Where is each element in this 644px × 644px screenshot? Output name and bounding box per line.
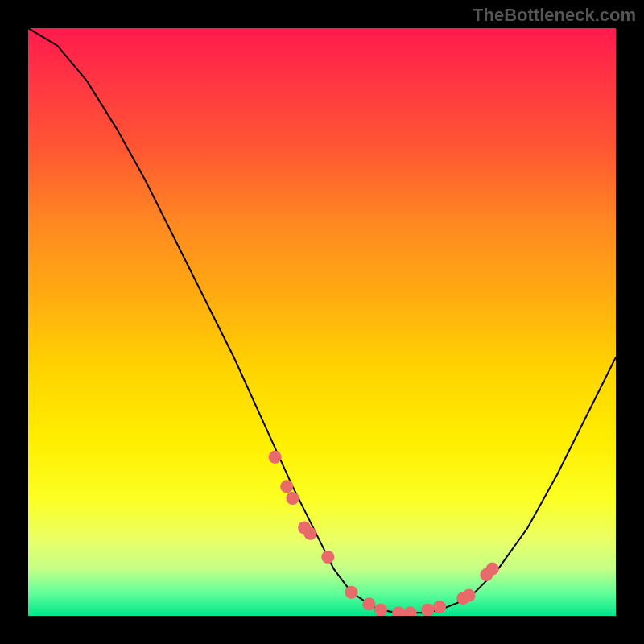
curve-line <box>28 28 616 613</box>
chart-svg <box>28 28 616 616</box>
chart-plot-area <box>28 28 616 616</box>
marker-dot <box>362 597 375 610</box>
marker-dot <box>321 551 334 564</box>
marker-dot <box>403 606 416 616</box>
marker-dot <box>303 527 316 540</box>
marker-dot <box>433 601 446 613</box>
attribution-text: TheBottleneck.com <box>473 5 636 26</box>
marker-dot <box>286 492 299 505</box>
marker-dot <box>374 604 387 616</box>
marker-dot <box>392 606 405 616</box>
marker-dot <box>462 588 475 601</box>
marker-dot <box>280 480 293 493</box>
marker-dot <box>486 563 499 576</box>
marker-dot <box>421 604 434 616</box>
marker-group <box>269 451 499 616</box>
marker-dot <box>345 586 357 599</box>
marker-dot <box>269 451 282 464</box>
